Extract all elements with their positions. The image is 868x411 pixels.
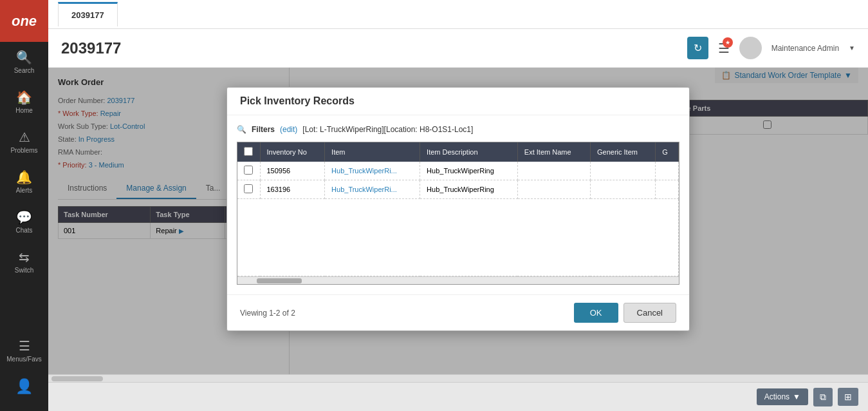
cancel-button[interactable]: Cancel bbox=[623, 303, 676, 323]
bottom-bar: Actions ▼ ⧉ ⊞ bbox=[48, 382, 868, 411]
select-all-checkbox[interactable] bbox=[244, 147, 253, 156]
inventory-table: Inventory No Item Item Description Ext I… bbox=[237, 142, 679, 276]
sidebar-label-problems: Problems bbox=[10, 147, 37, 154]
col-g: G bbox=[656, 142, 679, 162]
row1-ext-item bbox=[517, 162, 590, 180]
horizontal-scrollbar[interactable] bbox=[237, 276, 679, 284]
notification-badge: ★ bbox=[723, 37, 733, 48]
sidebar-item-switch[interactable]: ⇆ Switch bbox=[0, 242, 48, 282]
sidebar-item-home[interactable]: 🏠 Home bbox=[0, 82, 48, 122]
col-generic-item: Generic Item bbox=[590, 142, 655, 162]
filter-label: Filters bbox=[252, 125, 275, 134]
main-horizontal-scrollbar[interactable] bbox=[48, 374, 868, 382]
inventory-row-2: 163196 Hub_TruckWiperRi... Hub_TruckWipe… bbox=[237, 180, 679, 199]
sidebar-item-profile[interactable]: 👤 bbox=[6, 370, 41, 405]
row2-description: Hub_TruckWiperRing bbox=[420, 180, 518, 199]
row1-generic bbox=[590, 162, 655, 180]
row2-inv-no: 163196 bbox=[260, 180, 325, 199]
sidebar-item-alerts[interactable]: 🔔 Alerts bbox=[0, 162, 48, 202]
row2-generic bbox=[590, 180, 655, 199]
scroll-thumb[interactable] bbox=[257, 278, 302, 283]
copy-icon: ⧉ bbox=[820, 392, 826, 402]
filter-bar: 🔍 Filters (edit) [Lot: L-TruckWiperRing]… bbox=[237, 125, 679, 134]
modal-footer: Viewing 1-2 of 2 OK Cancel bbox=[227, 294, 689, 330]
active-tab[interactable]: 2039177 bbox=[58, 2, 118, 26]
sidebar-item-search[interactable]: 🔍 Search bbox=[0, 42, 48, 82]
col-ext-item-name: Ext Item Name bbox=[517, 142, 590, 162]
sidebar: one 🔍 Search 🏠 Home ⚠ Problems 🔔 Alerts … bbox=[0, 0, 48, 411]
sidebar-label-alerts: Alerts bbox=[16, 187, 33, 194]
inventory-row-1: 150956 Hub_TruckWiperRi... Hub_TruckWipe… bbox=[237, 162, 679, 180]
row2-checkbox[interactable] bbox=[244, 184, 253, 193]
empty-space-row bbox=[237, 199, 679, 276]
sidebar-label-search: Search bbox=[14, 67, 35, 74]
actions-dropdown-icon: ▼ bbox=[793, 392, 800, 401]
modal-body: 🔍 Filters (edit) [Lot: L-TruckWiperRing]… bbox=[227, 115, 689, 294]
modal-title: Pick Inventory Records bbox=[227, 88, 689, 115]
main-scroll-thumb[interactable] bbox=[51, 376, 103, 381]
col-item: Item bbox=[325, 142, 420, 162]
actions-label: Actions bbox=[764, 392, 790, 401]
sidebar-label-switch: Switch bbox=[15, 267, 33, 274]
header: 2039177 ↻ ☰ ★ Maintenance Admin ▼ bbox=[48, 29, 868, 68]
row2-ext-item bbox=[517, 180, 590, 199]
row2-g bbox=[656, 180, 679, 199]
col-inventory-no: Inventory No bbox=[260, 142, 325, 162]
modal-overlay: Pick Inventory Records 🔍 Filters (edit) … bbox=[48, 68, 868, 374]
sidebar-label-menus: Menus/Favs bbox=[6, 356, 41, 363]
row2-item[interactable]: Hub_TruckWiperRi... bbox=[325, 180, 420, 199]
footer-buttons: OK Cancel bbox=[574, 303, 676, 323]
user-dropdown-arrow[interactable]: ▼ bbox=[849, 44, 855, 52]
row1-description: Hub_TruckWiperRing bbox=[420, 162, 518, 180]
copy-button[interactable]: ⧉ bbox=[813, 388, 833, 406]
sidebar-item-problems[interactable]: ⚠ Problems bbox=[0, 122, 48, 162]
grid-icon: ⊞ bbox=[844, 392, 852, 402]
user-name: Maintenance Admin bbox=[771, 44, 839, 53]
row1-checkbox[interactable] bbox=[244, 166, 253, 175]
search-icon: 🔍 bbox=[16, 50, 32, 65]
col-select-all[interactable] bbox=[237, 142, 260, 162]
menus-icon: ☰ bbox=[19, 338, 30, 354]
ok-button[interactable]: OK bbox=[574, 303, 618, 323]
filter-text: [Lot: L-TruckWiperRing][Location: H8-O1S… bbox=[302, 125, 473, 134]
filter-search-icon: 🔍 bbox=[237, 125, 246, 134]
problems-icon: ⚠ bbox=[19, 129, 30, 145]
inventory-table-container: Inventory No Item Item Description Ext I… bbox=[237, 142, 679, 285]
sidebar-label-chats: Chats bbox=[15, 227, 32, 234]
sidebar-item-chats[interactable]: 💬 Chats bbox=[0, 202, 48, 242]
work-area: 📋 Standard Work Order Template ▼ Work Or… bbox=[48, 68, 868, 374]
row2-checkbox-cell[interactable] bbox=[237, 180, 260, 199]
home-icon: 🏠 bbox=[16, 90, 32, 105]
app-logo[interactable]: one bbox=[0, 0, 48, 42]
logo-text: one bbox=[12, 13, 37, 30]
profile-icon: 👤 bbox=[15, 378, 33, 395]
actions-button[interactable]: Actions ▼ bbox=[757, 388, 808, 405]
filter-edit-link[interactable]: (edit) bbox=[280, 125, 297, 134]
top-bar: 2039177 bbox=[48, 0, 868, 29]
avatar bbox=[739, 37, 762, 59]
row1-checkbox-cell[interactable] bbox=[237, 162, 260, 180]
sidebar-item-menus[interactable]: ☰ Menus/Favs bbox=[6, 330, 41, 370]
main-content: 2039177 2039177 ↻ ☰ ★ Maintenance Admin … bbox=[48, 0, 868, 411]
alerts-icon: 🔔 bbox=[16, 169, 32, 185]
sidebar-label-home: Home bbox=[15, 107, 33, 114]
pick-inventory-modal: Pick Inventory Records 🔍 Filters (edit) … bbox=[226, 87, 690, 331]
refresh-button[interactable]: ↻ bbox=[687, 37, 708, 59]
row1-g bbox=[656, 162, 679, 180]
sidebar-bottom: ☰ Menus/Favs 👤 bbox=[6, 330, 41, 411]
switch-icon: ⇆ bbox=[19, 249, 30, 265]
chats-icon: 💬 bbox=[16, 209, 32, 225]
header-actions: ↻ ☰ ★ Maintenance Admin ▼ bbox=[687, 37, 855, 59]
row1-item[interactable]: Hub_TruckWiperRi... bbox=[325, 162, 420, 180]
menu-button[interactable]: ☰ ★ bbox=[718, 41, 730, 56]
grid-button[interactable]: ⊞ bbox=[838, 388, 858, 406]
page-title: 2039177 bbox=[61, 39, 121, 57]
col-item-description: Item Description bbox=[420, 142, 518, 162]
viewing-count: Viewing 1-2 of 2 bbox=[240, 309, 295, 318]
row1-inv-no: 150956 bbox=[260, 162, 325, 180]
